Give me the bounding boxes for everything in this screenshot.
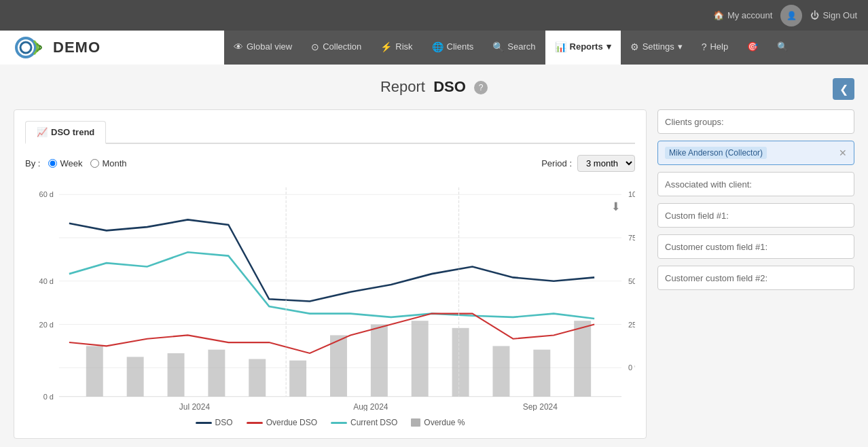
tab-dso-trend-label: DSO trend (51, 127, 94, 137)
collapse-button[interactable]: ❮ (833, 78, 854, 100)
svg-text:20 d: 20 d (39, 320, 54, 328)
signout-icon: ⏻ (810, 10, 819, 20)
nav-item-global-view[interactable]: 👁 Global view (224, 31, 302, 65)
avatar[interactable]: 👤 (780, 5, 802, 26)
svg-rect-21 (208, 350, 225, 397)
week-radio[interactable] (48, 159, 57, 168)
legend-current-dso-label: Current DSO (350, 418, 397, 427)
legend-dso-label: DSO (215, 418, 233, 427)
page-title: Report DSO ? (14, 78, 854, 96)
custom-field-1-label: Custom field #1: (665, 211, 729, 221)
settings-icon: ⚙ (630, 41, 639, 52)
controls-row: By : Week Month Period : 1 month 3 month (25, 155, 635, 172)
svg-rect-20 (168, 353, 185, 397)
page-content: Report DSO ? ❮ 📈 DSO trend By : Week (0, 65, 868, 447)
svg-text:Sep 2024: Sep 2024 (523, 402, 558, 411)
legend-overdue-pct-label: Overdue % (424, 418, 465, 427)
month-radio-label[interactable]: Month (90, 158, 126, 168)
nav-label-settings: Settings (643, 41, 674, 52)
risk-icon: ⚡ (380, 41, 392, 52)
nav-item-help[interactable]: ? Help (692, 31, 738, 65)
by-row: By : Week Month (25, 158, 127, 168)
my-account-link[interactable]: 🏠 My account (713, 10, 772, 20)
period-select[interactable]: 1 month 3 month 6 month 1 year (577, 155, 635, 172)
nav-label-collection: Collection (323, 41, 361, 52)
sign-out-link[interactable]: ⏻ Sign Out (810, 10, 857, 20)
week-label: Week (60, 158, 82, 168)
svg-point-1 (20, 42, 31, 53)
nav-item-risk[interactable]: ⚡ Risk (371, 31, 422, 65)
month-radio[interactable] (90, 159, 99, 168)
legend-dso: DSO (196, 418, 233, 427)
nav-label-clients: Clients (447, 41, 474, 52)
reports-icon: 📊 (555, 41, 566, 52)
period-label: Period : (541, 158, 572, 168)
customer-custom-field-1-label: Customer custom field #1: (665, 242, 767, 252)
svg-text:50 %: 50 % (628, 277, 635, 285)
filter-clients-groups[interactable]: Clients groups: (657, 109, 854, 134)
chart-svg: 60 d 40 d 20 d 0 d 100 % 75 % 50 % 25 % … (25, 180, 635, 411)
svg-rect-19 (127, 357, 144, 396)
title-main: DSO (433, 78, 466, 95)
nav-label-global-view: Global view (247, 41, 292, 52)
collector-remove-button[interactable]: ✕ (839, 147, 847, 158)
my-account-label: My account (727, 10, 772, 20)
top-bar: 🏠 My account 👤 ⏻ Sign Out (0, 0, 868, 31)
clients-groups-label: Clients groups: (665, 117, 724, 127)
tab-dso-trend[interactable]: 📈 DSO trend (25, 121, 106, 144)
nav-item-target[interactable]: 🎯 (738, 31, 767, 65)
svg-rect-27 (452, 328, 469, 397)
nav-label-risk: Risk (395, 41, 412, 52)
svg-text:⬇: ⬇ (611, 200, 620, 213)
search-nav-icon: 🔍 (492, 41, 504, 52)
nav-item-collection[interactable]: ⊙ Collection (302, 31, 371, 65)
nav-item-settings[interactable]: ⚙ Settings ▾ (621, 31, 692, 65)
svg-rect-23 (289, 361, 306, 397)
filter-custom-field-1[interactable]: Custom field #1: (657, 203, 854, 228)
legend-overdue-dso-label: Overdue DSO (266, 418, 317, 427)
legend-overdue-dso: Overdue DSO (247, 418, 317, 427)
svg-point-0 (16, 38, 35, 57)
chart-wrapper: 60 d 40 d 20 d 0 d 100 % 75 % 50 % 25 % … (25, 180, 635, 411)
filter-associated-client[interactable]: Associated with client: (657, 172, 854, 196)
svg-rect-30 (574, 321, 591, 397)
sign-out-label: Sign Out (822, 10, 857, 20)
svg-rect-24 (330, 335, 347, 396)
associated-client-label: Associated with client: (665, 179, 752, 190)
main-layout: 📈 DSO trend By : Week Month (14, 109, 854, 439)
collection-icon: ⊙ (311, 41, 319, 52)
svg-text:Jul 2024: Jul 2024 (179, 402, 210, 411)
reports-dropdown-icon: ▾ (607, 41, 611, 52)
nav-item-search2[interactable]: 🔍 (767, 31, 797, 65)
nav-label-help: Help (710, 41, 728, 52)
logo-text: DEMO (53, 39, 101, 56)
filter-customer-custom-field-2[interactable]: Customer custom field #2: (657, 266, 854, 290)
legend-current-dso: Current DSO (331, 418, 397, 427)
svg-text:60 d: 60 d (39, 190, 54, 198)
period-row: Period : 1 month 3 month 6 month 1 year (541, 155, 635, 172)
nav-item-clients[interactable]: 🌐 Clients (422, 31, 484, 65)
legend-dso-line (196, 422, 212, 424)
svg-rect-29 (533, 350, 550, 397)
svg-rect-18 (86, 346, 103, 396)
by-label: By : (25, 158, 40, 168)
home-icon: 🏠 (713, 10, 724, 20)
collector-value: Mike Anderson (Collector) (665, 147, 767, 159)
nav-label-reports: Reports (570, 41, 603, 52)
title-prefix: Report (380, 78, 425, 95)
week-radio-label[interactable]: Week (48, 158, 82, 168)
nav-label-search: Search (507, 41, 535, 52)
global-view-icon: 👁 (234, 41, 243, 52)
page-help-icon[interactable]: ? (474, 81, 488, 94)
nav-item-search[interactable]: 🔍 Search (483, 31, 545, 65)
svg-rect-28 (492, 346, 509, 396)
nav-item-reports[interactable]: 📊 Reports ▾ (545, 31, 621, 65)
target-icon: 🎯 (747, 41, 758, 52)
filter-collector[interactable]: Mike Anderson (Collector) ✕ (657, 141, 854, 165)
filter-customer-custom-field-1[interactable]: Customer custom field #1: (657, 234, 854, 259)
svg-text:0 %: 0 % (628, 363, 635, 372)
svg-text:40 d: 40 d (39, 277, 54, 285)
settings-dropdown-icon: ▾ (678, 41, 683, 52)
legend-current-dso-line (331, 422, 347, 424)
svg-rect-25 (371, 325, 388, 397)
